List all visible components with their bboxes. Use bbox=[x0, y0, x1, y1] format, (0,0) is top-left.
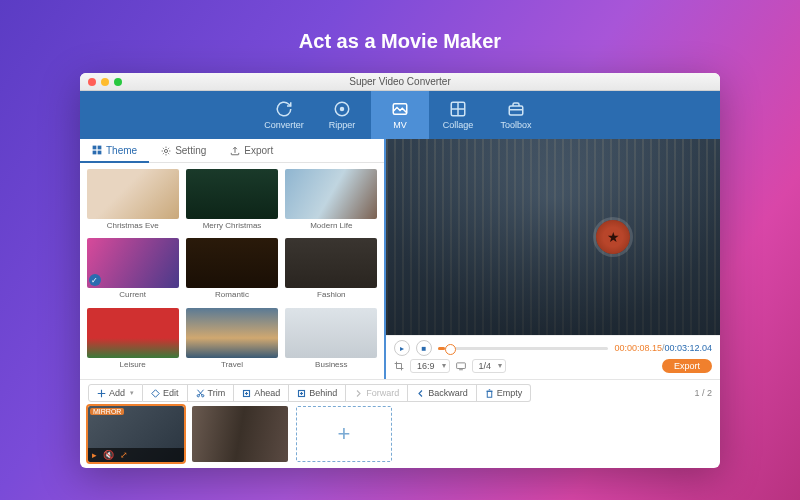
app-window: Super Video Converter Converter Ripper M… bbox=[80, 73, 720, 468]
theme-thumb[interactable] bbox=[285, 169, 377, 219]
svg-rect-25 bbox=[487, 391, 492, 397]
hero-title: Act as a Movie Maker bbox=[299, 30, 501, 53]
toolbar-mv[interactable]: MV bbox=[371, 91, 429, 139]
preview-panel: ▸ ■ 00:00:08.15/00:03:12.04 16:9 1/4 bbox=[386, 139, 720, 379]
clip-row: MIRROR ▸ 🔇 ⤢ + bbox=[88, 406, 712, 462]
disc-icon bbox=[333, 100, 351, 118]
theme-thumb[interactable] bbox=[186, 169, 278, 219]
scale-select[interactable]: 1/4 bbox=[472, 359, 507, 373]
theme-thumb[interactable] bbox=[87, 169, 179, 219]
main-toolbar: Converter Ripper MV Collage Toolbox bbox=[80, 91, 720, 139]
theme-grid: Christmas Eve Merry Christmas Modern Lif… bbox=[80, 163, 384, 379]
clip-actions-bar: Add▾ Edit Trim Ahead Behind Forward bbox=[88, 384, 712, 402]
clip-expand-icon[interactable]: ⤢ bbox=[120, 450, 128, 460]
grid-icon bbox=[449, 100, 467, 118]
stop-button[interactable]: ■ bbox=[416, 340, 432, 356]
preview-scene bbox=[386, 139, 720, 335]
image-icon bbox=[391, 100, 409, 118]
window-title: Super Video Converter bbox=[80, 76, 720, 87]
refresh-icon bbox=[275, 100, 293, 118]
gear-icon bbox=[161, 146, 171, 156]
window-minimize-button[interactable] bbox=[101, 78, 109, 86]
svg-rect-9 bbox=[98, 146, 102, 150]
window-maximize-button[interactable] bbox=[114, 78, 122, 86]
window-close-button[interactable] bbox=[88, 78, 96, 86]
timeline-clip[interactable] bbox=[192, 406, 288, 462]
svg-rect-10 bbox=[93, 151, 97, 155]
subtab-export[interactable]: Export bbox=[218, 139, 285, 162]
overlay-star-badge bbox=[596, 220, 630, 254]
add-clip-slot[interactable]: + bbox=[296, 406, 392, 462]
seek-bar[interactable] bbox=[438, 347, 608, 350]
empty-button[interactable]: Empty bbox=[477, 384, 532, 402]
clip-play-icon[interactable]: ▸ bbox=[92, 450, 97, 460]
aspect-ratio-select[interactable]: 16:9 bbox=[410, 359, 450, 373]
clip-mini-controls: ▸ 🔇 ⤢ bbox=[88, 448, 184, 462]
toolbar-toolbox[interactable]: Toolbox bbox=[487, 91, 545, 139]
toolbar-collage[interactable]: Collage bbox=[429, 91, 487, 139]
toolbar-ripper[interactable]: Ripper bbox=[313, 91, 371, 139]
video-preview[interactable] bbox=[386, 139, 720, 335]
svg-point-12 bbox=[165, 149, 168, 152]
theme-thumb-selected[interactable] bbox=[87, 238, 179, 288]
svg-point-1 bbox=[341, 108, 344, 111]
clip-mute-icon[interactable]: 🔇 bbox=[103, 450, 114, 460]
timeline-clip[interactable]: MIRROR ▸ 🔇 ⤢ bbox=[88, 406, 184, 462]
theme-panel: Theme Setting Export Christmas Eve Merry… bbox=[80, 139, 386, 379]
timecode: 00:00:08.15/00:03:12.04 bbox=[614, 343, 712, 353]
subtab-setting[interactable]: Setting bbox=[149, 139, 218, 162]
edit-button[interactable]: Edit bbox=[143, 384, 188, 402]
behind-button[interactable]: Behind bbox=[289, 384, 346, 402]
timeline-area: Add▾ Edit Trim Ahead Behind Forward bbox=[80, 379, 720, 468]
toolbar-converter[interactable]: Converter bbox=[255, 91, 313, 139]
export-button[interactable]: Export bbox=[662, 359, 712, 373]
export-icon bbox=[230, 146, 240, 156]
page-indicator: 1 / 2 bbox=[694, 388, 712, 398]
ahead-button[interactable]: Ahead bbox=[234, 384, 289, 402]
theme-thumb[interactable] bbox=[285, 308, 377, 358]
player-controls: ▸ ■ 00:00:08.15/00:03:12.04 16:9 1/4 bbox=[386, 335, 720, 379]
svg-rect-8 bbox=[93, 146, 97, 150]
theme-thumb[interactable] bbox=[285, 238, 377, 288]
forward-button[interactable]: Forward bbox=[346, 384, 408, 402]
backward-button[interactable]: Backward bbox=[408, 384, 477, 402]
window-titlebar: Super Video Converter bbox=[80, 73, 720, 91]
subtab-theme[interactable]: Theme bbox=[80, 139, 149, 163]
play-button[interactable]: ▸ bbox=[394, 340, 410, 356]
theme-thumb[interactable] bbox=[87, 308, 179, 358]
grid-small-icon bbox=[92, 145, 102, 155]
trim-button[interactable]: Trim bbox=[188, 384, 235, 402]
theme-thumb[interactable] bbox=[186, 308, 278, 358]
toolbox-icon bbox=[507, 100, 525, 118]
clip-badge: MIRROR bbox=[90, 408, 124, 415]
crop-icon[interactable] bbox=[394, 361, 404, 371]
add-button[interactable]: Add▾ bbox=[88, 384, 143, 402]
theme-thumb[interactable] bbox=[186, 238, 278, 288]
svg-rect-13 bbox=[456, 363, 465, 369]
screen-icon[interactable] bbox=[456, 361, 466, 371]
svg-rect-11 bbox=[98, 151, 102, 155]
